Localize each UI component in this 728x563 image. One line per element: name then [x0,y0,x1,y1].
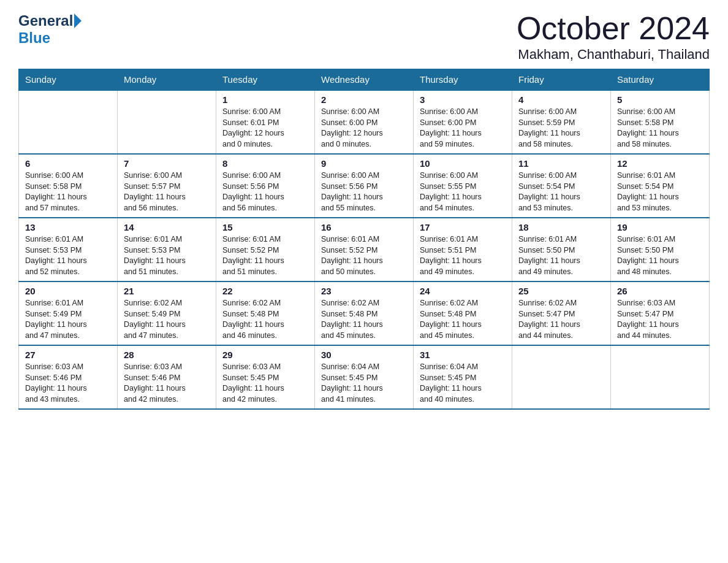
day-number: 20 [25,286,111,296]
day-number: 23 [321,286,407,296]
calendar-cell: 17Sunrise: 6:01 AM Sunset: 5:51 PM Dayli… [414,218,512,282]
day-info: Sunrise: 6:03 AM Sunset: 5:46 PM Dayligh… [124,362,210,405]
calendar-cell: 9Sunrise: 6:00 AM Sunset: 5:56 PM Daylig… [315,154,414,218]
day-number: 4 [518,94,604,105]
day-info: Sunrise: 6:00 AM Sunset: 5:54 PM Dayligh… [518,170,604,213]
weekday-header-sunday: Sunday [19,69,118,91]
day-number: 3 [420,94,506,105]
calendar-cell: 30Sunrise: 6:04 AM Sunset: 5:45 PM Dayli… [315,345,414,409]
day-number: 9 [321,158,407,169]
day-info: Sunrise: 6:03 AM Sunset: 5:45 PM Dayligh… [222,362,308,405]
calendar-cell: 23Sunrise: 6:02 AM Sunset: 5:48 PM Dayli… [315,282,414,345]
day-number: 28 [124,350,210,360]
day-info: Sunrise: 6:04 AM Sunset: 5:45 PM Dayligh… [321,362,407,405]
day-number: 21 [124,286,210,296]
month-title: October 2024 [517,12,710,44]
day-info: Sunrise: 6:01 AM Sunset: 5:50 PM Dayligh… [617,234,703,277]
day-info: Sunrise: 6:00 AM Sunset: 6:01 PM Dayligh… [222,107,308,150]
calendar-table: SundayMondayTuesdayWednesdayThursdayFrid… [18,69,710,410]
day-number: 15 [222,222,308,232]
calendar-cell: 25Sunrise: 6:02 AM Sunset: 5:47 PM Dayli… [512,282,611,345]
day-info: Sunrise: 6:02 AM Sunset: 5:47 PM Dayligh… [518,298,604,341]
day-number: 16 [321,222,407,232]
weekday-header-tuesday: Tuesday [216,69,315,91]
calendar-cell: 21Sunrise: 6:02 AM Sunset: 5:49 PM Dayli… [118,282,216,345]
day-number: 17 [420,222,506,232]
calendar-cell: 19Sunrise: 6:01 AM Sunset: 5:50 PM Dayli… [611,218,710,282]
calendar-cell: 7Sunrise: 6:00 AM Sunset: 5:57 PM Daylig… [118,154,216,218]
day-info: Sunrise: 6:00 AM Sunset: 5:58 PM Dayligh… [25,170,111,213]
day-number: 12 [617,158,703,169]
day-info: Sunrise: 6:00 AM Sunset: 5:56 PM Dayligh… [321,170,407,213]
day-info: Sunrise: 6:01 AM Sunset: 5:53 PM Dayligh… [124,234,210,277]
day-number: 27 [25,350,111,360]
weekday-header-wednesday: Wednesday [315,69,414,91]
logo-general-text: General [18,12,73,29]
day-number: 29 [222,350,308,360]
day-info: Sunrise: 6:00 AM Sunset: 5:59 PM Dayligh… [518,107,604,150]
location-title: Makham, Chanthaburi, Thailand [517,47,710,63]
day-number: 7 [124,158,210,169]
day-number: 14 [124,222,210,232]
day-number: 22 [222,286,308,296]
calendar-cell: 8Sunrise: 6:00 AM Sunset: 5:56 PM Daylig… [216,154,315,218]
weekday-header-saturday: Saturday [611,69,710,91]
calendar-cell [611,345,710,409]
calendar-cell: 4Sunrise: 6:00 AM Sunset: 5:59 PM Daylig… [512,90,611,154]
day-info: Sunrise: 6:00 AM Sunset: 5:58 PM Dayligh… [617,107,703,150]
day-number: 6 [25,158,111,169]
title-area: October 2024 Makham, Chanthaburi, Thaila… [517,12,710,63]
calendar-cell: 1Sunrise: 6:00 AM Sunset: 6:01 PM Daylig… [216,90,315,154]
calendar-cell: 6Sunrise: 6:00 AM Sunset: 5:58 PM Daylig… [19,154,118,218]
calendar-cell: 20Sunrise: 6:01 AM Sunset: 5:49 PM Dayli… [19,282,118,345]
day-info: Sunrise: 6:03 AM Sunset: 5:47 PM Dayligh… [617,298,703,341]
day-number: 11 [518,158,604,169]
calendar-cell: 22Sunrise: 6:02 AM Sunset: 5:48 PM Dayli… [216,282,315,345]
weekday-header-monday: Monday [118,69,216,91]
calendar-cell: 29Sunrise: 6:03 AM Sunset: 5:45 PM Dayli… [216,345,315,409]
day-number: 8 [222,158,308,169]
day-info: Sunrise: 6:01 AM Sunset: 5:52 PM Dayligh… [321,234,407,277]
calendar-cell: 31Sunrise: 6:04 AM Sunset: 5:45 PM Dayli… [414,345,512,409]
day-number: 25 [518,286,604,296]
calendar-cell: 26Sunrise: 6:03 AM Sunset: 5:47 PM Dayli… [611,282,710,345]
calendar-cell: 10Sunrise: 6:00 AM Sunset: 5:55 PM Dayli… [414,154,512,218]
day-number: 10 [420,158,506,169]
weekday-header-friday: Friday [512,69,611,91]
day-info: Sunrise: 6:00 AM Sunset: 5:56 PM Dayligh… [222,170,308,213]
calendar-week-row: 27Sunrise: 6:03 AM Sunset: 5:46 PM Dayli… [19,345,710,409]
day-info: Sunrise: 6:01 AM Sunset: 5:53 PM Dayligh… [25,234,111,277]
calendar-cell: 18Sunrise: 6:01 AM Sunset: 5:50 PM Dayli… [512,218,611,282]
logo-arrow-icon [74,13,82,28]
day-info: Sunrise: 6:01 AM Sunset: 5:49 PM Dayligh… [25,298,111,341]
calendar-cell: 27Sunrise: 6:03 AM Sunset: 5:46 PM Dayli… [19,345,118,409]
day-number: 24 [420,286,506,296]
calendar-week-row: 13Sunrise: 6:01 AM Sunset: 5:53 PM Dayli… [19,218,710,282]
calendar-cell: 28Sunrise: 6:03 AM Sunset: 5:46 PM Dayli… [118,345,216,409]
day-info: Sunrise: 6:03 AM Sunset: 5:46 PM Dayligh… [25,362,111,405]
calendar-cell [512,345,611,409]
day-info: Sunrise: 6:01 AM Sunset: 5:54 PM Dayligh… [617,170,703,213]
calendar-cell: 12Sunrise: 6:01 AM Sunset: 5:54 PM Dayli… [611,154,710,218]
day-info: Sunrise: 6:02 AM Sunset: 5:48 PM Dayligh… [420,298,506,341]
day-number: 31 [420,350,506,360]
day-info: Sunrise: 6:02 AM Sunset: 5:48 PM Dayligh… [321,298,407,341]
day-info: Sunrise: 6:00 AM Sunset: 5:57 PM Dayligh… [124,170,210,213]
logo-blue-text: Blue [18,29,50,47]
calendar-cell: 2Sunrise: 6:00 AM Sunset: 6:00 PM Daylig… [315,90,414,154]
day-number: 26 [617,286,703,296]
day-info: Sunrise: 6:00 AM Sunset: 5:55 PM Dayligh… [420,170,506,213]
day-number: 1 [222,94,308,105]
day-number: 30 [321,350,407,360]
calendar-cell: 5Sunrise: 6:00 AM Sunset: 5:58 PM Daylig… [611,90,710,154]
calendar-cell: 14Sunrise: 6:01 AM Sunset: 5:53 PM Dayli… [118,218,216,282]
day-number: 19 [617,222,703,232]
calendar-week-row: 6Sunrise: 6:00 AM Sunset: 5:58 PM Daylig… [19,154,710,218]
day-info: Sunrise: 6:02 AM Sunset: 5:49 PM Dayligh… [124,298,210,341]
calendar-header-row: SundayMondayTuesdayWednesdayThursdayFrid… [19,69,710,91]
calendar-cell [118,90,216,154]
day-info: Sunrise: 6:04 AM Sunset: 5:45 PM Dayligh… [420,362,506,405]
calendar-cell: 24Sunrise: 6:02 AM Sunset: 5:48 PM Dayli… [414,282,512,345]
day-number: 13 [25,222,111,232]
calendar-cell: 3Sunrise: 6:00 AM Sunset: 6:00 PM Daylig… [414,90,512,154]
